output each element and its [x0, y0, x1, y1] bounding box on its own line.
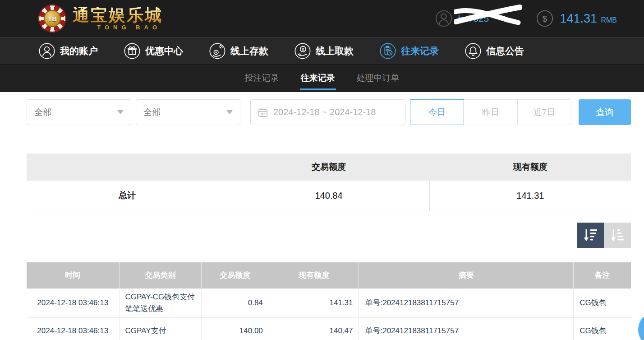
cell-summary: 单号:202412183811715757 — [359, 318, 574, 340]
cell-note: CG钱包 — [574, 289, 631, 318]
chevron-down-icon — [226, 110, 233, 114]
username: bc7325 — [458, 13, 501, 24]
summary-header-balance: 现有额度 — [429, 154, 631, 181]
table-row: 2024-12-18 03:46:13 CGPAY-CG钱包支付笔笔送优惠 0.… — [27, 289, 631, 318]
date-range-value: 2024-12-18 ~ 2024-12-18 — [273, 107, 376, 117]
nav-label: 往来记录 — [401, 45, 439, 57]
nav-item-deposit[interactable]: ¥ 线上存款 — [209, 42, 268, 60]
cell-time: 2024-12-18 03:46:13 — [27, 289, 119, 318]
cell-balance: 140.47 — [269, 318, 359, 340]
yesterday-button[interactable]: 昨日 — [464, 99, 518, 125]
cell-note: CG钱包 — [574, 318, 631, 340]
calendar-icon — [258, 107, 268, 117]
col-header-summary: 摘要 — [359, 262, 574, 289]
nav-label: 优惠中心 — [145, 45, 183, 57]
tab-transaction-records[interactable]: 往来记录 — [301, 72, 335, 90]
top-header: TB 通宝娱乐城 TONG BAO bc7325 $ — [0, 0, 644, 37]
balance-amount: 141.31 — [560, 12, 597, 25]
user-avatar-icon — [435, 10, 452, 27]
cell-type: CGPAY支付 — [119, 318, 201, 340]
summary-header-transaction: 交易额度 — [228, 154, 430, 181]
sort-controls — [27, 223, 631, 248]
cell-amount: 0.84 — [201, 289, 269, 318]
table-row: 2024-12-18 03:46:13 CGPAY支付 140.00 140.4… — [27, 318, 631, 340]
records-table: 时间 交易类别 交易额度 现有额度 摘要 备注 2024-12-18 03:46… — [27, 262, 631, 340]
date-range-picker[interactable]: 2024-12-18 ~ 2024-12-18 — [250, 99, 405, 125]
promo-icon — [124, 42, 141, 60]
sort-descending-icon — [582, 228, 598, 243]
chevron-down-icon — [117, 110, 124, 114]
sort-descending-button[interactable] — [577, 223, 604, 248]
col-header-balance: 现有额度 — [269, 262, 359, 289]
header-right: bc7325 $ 141.31 RMB — [435, 10, 617, 27]
records-header-row: 时间 交易类别 交易额度 现有额度 摘要 备注 — [27, 262, 631, 289]
cell-time: 2024-12-18 03:46:13 — [27, 318, 119, 340]
balance-currency: RMB — [601, 16, 617, 24]
svg-text:$: $ — [302, 47, 304, 51]
content-area: 全部 全部 2024-12-18 ~ 2024-12-18 今日 — [0, 92, 644, 340]
summary-header-empty — [27, 154, 228, 181]
cell-summary: 单号:202412183811715757 — [359, 289, 574, 318]
today-button[interactable]: 今日 — [410, 99, 464, 125]
brand-text: 通宝娱乐城 TONG BAO — [73, 7, 163, 30]
summary-total-label: 总计 — [27, 181, 228, 211]
tab-betting-records[interactable]: 投注记录 — [245, 72, 279, 90]
cell-type: CGPAY-CG钱包支付笔笔送优惠 — [119, 289, 201, 318]
nav-item-promotions[interactable]: 优惠中心 — [124, 42, 183, 60]
nav-item-my-account[interactable]: 我的账户 — [38, 42, 98, 60]
col-header-note: 备注 — [574, 262, 631, 289]
search-button[interactable]: 查询 — [579, 99, 631, 125]
nav-label: 我的账户 — [60, 45, 98, 57]
records-icon — [379, 42, 396, 60]
chip-label: TB — [44, 10, 61, 27]
account-icon — [38, 42, 55, 60]
cell-amount: 140.00 — [201, 318, 269, 340]
summary-header-row: 交易额度 现有额度 — [27, 154, 631, 181]
tab-pending-orders[interactable]: 处理中订单 — [357, 72, 400, 90]
brand-title: 通宝娱乐城 — [73, 7, 163, 23]
category-select-1-value: 全部 — [34, 107, 51, 118]
nav-label: 线上取款 — [316, 45, 354, 57]
dollar-coin-icon: $ — [536, 10, 553, 27]
nav-item-withdraw[interactable]: $ 线上取款 — [294, 42, 354, 60]
summary-total-balance: 141.31 — [429, 181, 631, 211]
col-header-time: 时间 — [27, 262, 119, 289]
sort-ascending-icon — [609, 228, 626, 243]
main-nav: 我的账户 优惠中心 ¥ 线上存款 $ 线上取款 — [0, 37, 644, 65]
summary-total-transaction: 140.84 — [228, 181, 430, 211]
category-select-1[interactable]: 全部 — [27, 99, 131, 125]
brand-logo[interactable]: TB 通宝娱乐城 TONG BAO — [38, 5, 163, 33]
summary-total-row: 总计 140.84 141.31 — [27, 181, 631, 211]
user-account[interactable]: bc7325 — [435, 10, 501, 27]
subtab-bar: 投注记录 往来记录 处理中订单 — [0, 65, 644, 92]
summary-table: 交易额度 现有额度 总计 140.84 141.31 — [27, 154, 631, 211]
col-header-amount: 交易额度 — [201, 262, 269, 289]
filter-row: 全部 全部 2024-12-18 ~ 2024-12-18 今日 — [27, 99, 631, 125]
category-select-2[interactable]: 全部 — [136, 99, 240, 125]
nav-label: 线上存款 — [230, 45, 268, 57]
deposit-icon: ¥ — [209, 42, 226, 60]
nav-label: 信息公告 — [486, 45, 524, 57]
brand-subtitle: TONG BAO — [97, 24, 163, 30]
category-select-2-value: 全部 — [143, 107, 161, 118]
quick-date-group: 今日 昨日 近7日 — [410, 99, 571, 125]
last7days-button[interactable]: 近7日 — [517, 99, 571, 125]
wallet-balance[interactable]: $ 141.31 RMB — [536, 10, 617, 27]
col-header-type: 交易类别 — [119, 262, 201, 289]
withdraw-icon: $ — [294, 42, 311, 60]
svg-text:$: $ — [543, 14, 547, 23]
sort-ascending-button[interactable] — [604, 223, 631, 248]
nav-item-announcements[interactable]: 信息公告 — [465, 42, 524, 60]
cell-balance: 141.31 — [269, 289, 359, 318]
announce-icon — [465, 42, 482, 60]
nav-item-transaction-records[interactable]: 往来记录 — [379, 42, 439, 60]
poker-chip-icon: TB — [38, 5, 66, 33]
